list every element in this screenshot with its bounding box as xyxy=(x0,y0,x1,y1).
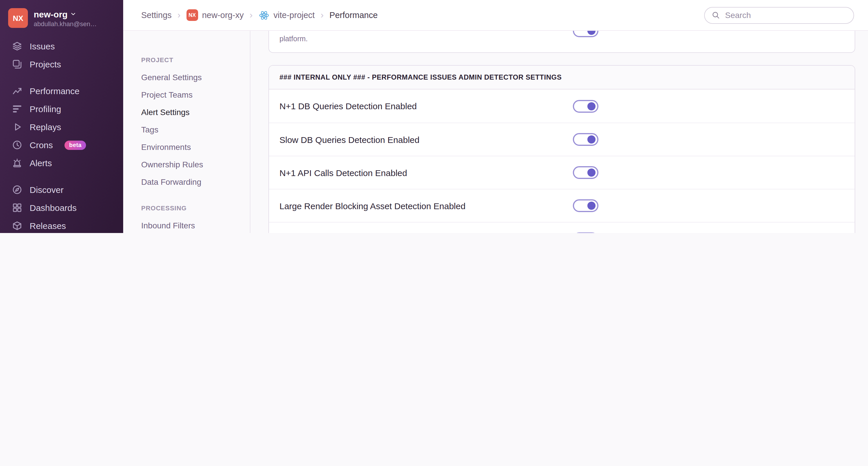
settings-nav-item-project-teams[interactable]: Project Teams xyxy=(141,86,250,103)
user-email: abdullah.khan@sen… xyxy=(34,20,97,27)
breadcrumb-label: Settings xyxy=(141,10,172,20)
sidebar-item-dashboards[interactable]: Dashboards xyxy=(7,199,116,217)
previous-panel-fragment: platform. xyxy=(269,31,855,53)
setting-label: Large Render Blocking Asset Detection En… xyxy=(279,201,573,211)
sidebar-item-label: Projects xyxy=(30,59,61,69)
large-render-blocking-asset-detection-enabled-toggle[interactable] xyxy=(573,199,599,212)
breadcrumb-item-settings[interactable]: Settings xyxy=(141,10,172,20)
beta-badge: beta xyxy=(64,140,86,150)
chevron-down-icon xyxy=(70,10,77,18)
settings-nav-section-title: PROJECT xyxy=(141,56,250,63)
replays-icon xyxy=(12,122,22,132)
org-name: new-org xyxy=(34,9,68,19)
detector-settings-panel: ### INTERNAL ONLY ### - PERFORMANCE ISSU… xyxy=(269,65,855,233)
setting-row: Large Render Blocking Asset Detection En… xyxy=(269,189,855,222)
fragment-text: platform. xyxy=(279,31,573,43)
settings-nav: PROJECTGeneral SettingsProject TeamsAler… xyxy=(123,31,250,233)
sidebar-item-label: Replays xyxy=(30,122,61,132)
sidebar-group: PerformanceProfilingReplaysCronsbetaAler… xyxy=(7,82,116,172)
breadcrumb-separator: › xyxy=(320,10,323,20)
settings-nav-item-data-forwarding[interactable]: Data Forwarding xyxy=(141,173,250,191)
n-1-db-queries-detection-enabled-toggle[interactable] xyxy=(573,100,599,113)
settings-nav-item-ownership-rules[interactable]: Ownership Rules xyxy=(141,156,250,173)
settings-nav-item-tags[interactable]: Tags xyxy=(141,121,250,138)
sidebar-item-discover[interactable]: Discover xyxy=(7,181,116,199)
sidebar-item-issues[interactable]: Issues xyxy=(7,37,116,55)
breadcrumb-separator: › xyxy=(250,10,253,20)
sidebar-item-label: Profiling xyxy=(30,104,61,114)
releases-icon xyxy=(12,221,22,231)
sidebar-item-releases[interactable]: Releases xyxy=(7,217,116,233)
settings-nav-item-general-settings[interactable]: General Settings xyxy=(141,68,250,86)
issues-icon xyxy=(12,41,22,51)
fragment-toggle[interactable] xyxy=(573,31,599,37)
sidebar-group: DiscoverDashboardsReleasesUser Feedback xyxy=(7,181,116,233)
setting-row: N+1 DB Queries Detection Enabled xyxy=(269,90,855,123)
n-1-api-calls-detection-enabled-toggle[interactable] xyxy=(573,166,599,179)
sidebar-group: IssuesProjects xyxy=(7,37,116,73)
search-icon xyxy=(712,11,720,19)
settings-content: platform. ### INTERNAL ONLY ### - PERFOR… xyxy=(250,31,868,233)
settings-nav-item-alert-settings[interactable]: Alert Settings xyxy=(141,103,250,121)
breadcrumb: Settings›NXnew-org-xy›vite-project›Perfo… xyxy=(141,9,378,21)
sidebar-item-label: Dashboards xyxy=(30,203,77,213)
app-root: NX new-org abdullah.khan@sen… IssuesProj… xyxy=(0,0,868,233)
toggle-knob xyxy=(588,102,596,110)
dashboards-icon xyxy=(12,203,22,213)
setting-label: N+1 API Calls Detection Enabled xyxy=(279,168,573,178)
sidebar-item-projects[interactable]: Projects xyxy=(7,55,116,73)
projects-icon xyxy=(12,59,22,69)
profiling-icon xyxy=(12,104,22,114)
sidebar-item-replays[interactable]: Replays xyxy=(7,118,116,136)
sidebar-item-alerts[interactable]: Alerts xyxy=(7,154,116,172)
setting-label: N+1 DB Queries Detection Enabled xyxy=(279,101,573,111)
toggle-knob xyxy=(588,135,596,144)
react-icon xyxy=(258,9,270,21)
sidebar-item-label: Discover xyxy=(30,185,64,195)
search-box[interactable] xyxy=(704,7,854,24)
sidebar-nav: IssuesProjectsPerformanceProfilingReplay… xyxy=(7,37,116,233)
breadcrumb-item-new-org-xy[interactable]: NXnew-org-xy xyxy=(186,9,243,21)
sidebar-item-label: Crons xyxy=(30,140,53,150)
crons-icon xyxy=(12,140,22,150)
setting-row: Consecutive DB Queries Detection Enabled xyxy=(269,222,855,233)
sidebar-item-label: Alerts xyxy=(30,158,52,168)
sidebar-item-crons[interactable]: Cronsbeta xyxy=(7,136,116,154)
settings-body: PROJECTGeneral SettingsProject TeamsAler… xyxy=(123,31,868,233)
org-switcher[interactable]: NX new-org abdullah.khan@sen… xyxy=(7,6,116,28)
setting-row: Slow DB Queries Detection Enabled xyxy=(269,123,855,156)
org-avatar: NX xyxy=(8,8,28,28)
panel-header: ### INTERNAL ONLY ### - PERFORMANCE ISSU… xyxy=(269,66,855,90)
panel-title: ### INTERNAL ONLY ### - PERFORMANCE ISSU… xyxy=(279,73,561,81)
performance-icon xyxy=(12,86,22,96)
search-input[interactable] xyxy=(724,10,846,20)
sidebar-item-label: Performance xyxy=(30,86,80,96)
discover-icon xyxy=(12,185,22,195)
breadcrumb-item-performance[interactable]: Performance xyxy=(330,10,378,20)
consecutive-db-queries-detection-enabled-toggle[interactable] xyxy=(573,232,599,233)
header: Settings›NXnew-org-xy›vite-project›Perfo… xyxy=(123,0,868,31)
breadcrumb-label: vite-project xyxy=(274,10,315,20)
setting-label: Slow DB Queries Detection Enabled xyxy=(279,134,573,145)
settings-nav-item-inbound-filters[interactable]: Inbound Filters xyxy=(141,217,250,233)
toggle-knob xyxy=(588,31,596,35)
slow-db-queries-detection-enabled-toggle[interactable] xyxy=(573,133,599,146)
alerts-icon xyxy=(12,158,22,168)
breadcrumb-item-vite-project[interactable]: vite-project xyxy=(258,9,315,21)
sidebar: NX new-org abdullah.khan@sen… IssuesProj… xyxy=(0,0,123,233)
setting-row: N+1 API Calls Detection Enabled xyxy=(269,156,855,189)
sidebar-item-label: Issues xyxy=(30,41,55,51)
breadcrumb-separator: › xyxy=(178,10,181,20)
main-column: Settings›NXnew-org-xy›vite-project›Perfo… xyxy=(123,0,868,233)
sidebar-item-performance[interactable]: Performance xyxy=(7,82,116,100)
sidebar-item-profiling[interactable]: Profiling xyxy=(7,100,116,118)
sidebar-item-label: Releases xyxy=(30,221,66,231)
toggle-knob xyxy=(588,168,596,177)
toggle-knob xyxy=(588,201,596,210)
breadcrumb-label: new-org-xy xyxy=(202,10,243,20)
panel-rows: N+1 DB Queries Detection EnabledSlow DB … xyxy=(269,90,855,233)
breadcrumb-label: Performance xyxy=(330,10,378,20)
settings-nav-section-title: PROCESSING xyxy=(141,205,250,212)
settings-nav-item-environments[interactable]: Environments xyxy=(141,138,250,156)
org-meta: new-org abdullah.khan@sen… xyxy=(34,9,97,27)
